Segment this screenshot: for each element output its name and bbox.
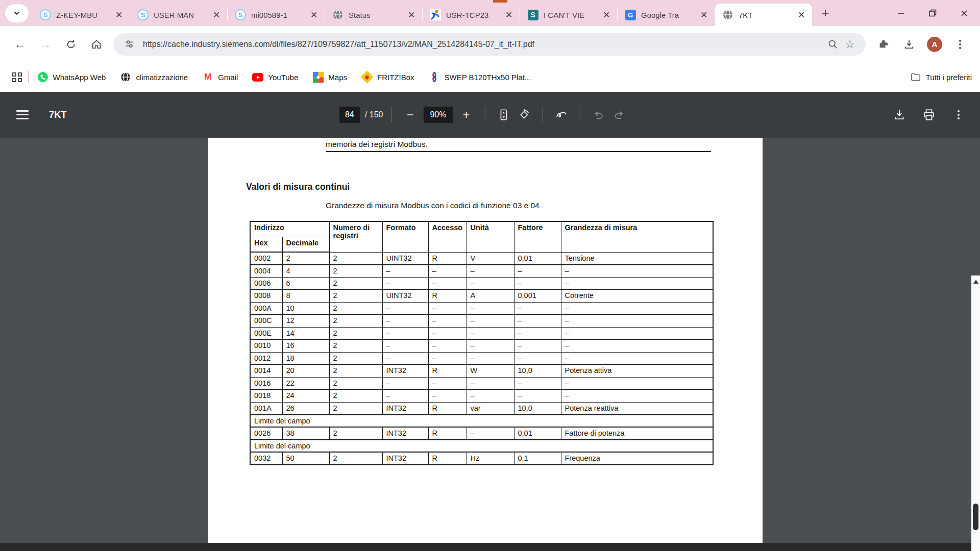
page-number-input[interactable]: 84 xyxy=(339,107,360,123)
zoom-in-button[interactable]: + xyxy=(456,105,476,125)
undo-button[interactable] xyxy=(588,105,608,125)
scrollbar[interactable] xyxy=(971,276,980,551)
table-cell: – xyxy=(561,340,713,353)
minimize-button[interactable] xyxy=(885,0,917,26)
bookmark-climatizzazione[interactable]: climatizzazione xyxy=(120,71,188,83)
scrollbar-thumb[interactable] xyxy=(973,504,978,530)
rotate-button[interactable] xyxy=(513,105,534,125)
tab-close-icon[interactable]: ✕ xyxy=(113,9,125,20)
table-cell: 10 xyxy=(282,302,329,315)
table-cell: Potenza attiva xyxy=(561,365,713,378)
bookmarks-separator xyxy=(28,71,29,83)
horizontal-rule xyxy=(326,151,711,152)
table-cell: – xyxy=(561,277,713,290)
table-cell: var xyxy=(467,402,514,415)
bookmark-youtube[interactable]: YouTube xyxy=(252,71,298,83)
column-header-indirizzo: Indirizzo xyxy=(250,221,329,237)
table-cell: – xyxy=(382,340,428,353)
table-cell: Tensione xyxy=(561,252,713,265)
forward-button[interactable]: → xyxy=(34,33,57,56)
pdf-print-button[interactable] xyxy=(919,105,939,125)
apps-grid-icon[interactable] xyxy=(12,72,22,82)
tab-close-icon[interactable]: ✕ xyxy=(406,9,417,20)
table-cell: R xyxy=(428,252,467,265)
tab-close-icon[interactable]: ✕ xyxy=(698,9,709,20)
downloads-icon[interactable] xyxy=(898,33,920,56)
table-cell: 10,0 xyxy=(514,365,561,378)
restore-button[interactable] xyxy=(917,0,948,26)
table-cell: – xyxy=(428,352,467,365)
table-row: 0010162––––– xyxy=(250,340,713,353)
annotate-draw-button[interactable] xyxy=(551,105,571,125)
tab-user-man[interactable]: SUSER MAN✕ xyxy=(130,4,227,26)
bookmark-maps[interactable]: Maps xyxy=(312,71,347,83)
zoom-indicator-icon[interactable] xyxy=(824,36,841,53)
table-cell: 0,001 xyxy=(514,290,561,303)
tab-close-icon[interactable]: ✕ xyxy=(503,9,514,20)
tab-usr-tcp23[interactable]: USR-TCP23✕ xyxy=(423,4,520,26)
bookmark-items: WhatsApp WebclimatizzazioneMGmailYouTube… xyxy=(37,71,546,83)
zoom-out-button[interactable]: − xyxy=(400,105,420,125)
table-row: 001A262INT32Rvar10,0Potenza reattiva xyxy=(250,402,713,415)
table-span-label: Limite del campo xyxy=(250,415,713,428)
table-cell: 0026 xyxy=(250,427,282,440)
pdf-page: memoria dei registri Modbus. Valori di m… xyxy=(208,138,763,543)
reload-button[interactable] xyxy=(60,33,82,56)
new-tab-button[interactable]: + xyxy=(815,3,836,23)
bookmark-fritz-box[interactable]: FRITZ!Box xyxy=(361,71,414,83)
tab-title: USER MAN xyxy=(154,11,211,19)
redo-button[interactable] xyxy=(608,105,629,125)
tab-search-button[interactable] xyxy=(5,4,29,22)
pdf-more-button[interactable] xyxy=(948,105,969,125)
home-button[interactable] xyxy=(85,33,108,56)
table-cell: 0004 xyxy=(250,265,282,278)
tab-status[interactable]: Status✕ xyxy=(325,4,422,26)
table-cell: 0,1 xyxy=(514,452,561,465)
tab-close-icon[interactable]: ✕ xyxy=(601,9,612,20)
fit-page-button[interactable] xyxy=(493,105,513,125)
pdf-title: 7KT xyxy=(49,110,67,120)
table-cell: 20 xyxy=(282,365,329,378)
pdf-download-button[interactable] xyxy=(889,105,910,125)
tab-z-key-mbu[interactable]: SZ-KEY-MBU✕ xyxy=(33,4,130,26)
table-cell: – xyxy=(561,352,713,365)
browser-menu-button[interactable] xyxy=(949,33,971,56)
bookmark-gmail[interactable]: MGmail xyxy=(202,71,238,83)
table-cell: 0002 xyxy=(250,252,282,265)
table-cell: – xyxy=(467,327,514,340)
site-settings-icon[interactable] xyxy=(120,36,138,53)
table-cell: – xyxy=(561,302,713,315)
close-window-button[interactable] xyxy=(948,0,980,26)
zoom-level-input[interactable]: 90% xyxy=(423,107,453,123)
tab-close-icon[interactable]: ✕ xyxy=(308,9,320,20)
table-row: 0026382INT32R–0,01Fattore di potenza xyxy=(250,427,713,440)
url-text[interactable]: https://cache.industry.siemens.com/dl/fi… xyxy=(143,40,824,49)
bookmark-whatsapp-web[interactable]: WhatsApp Web xyxy=(37,71,106,83)
table-cell: W xyxy=(467,365,514,378)
tab-7kt[interactable]: 7KT✕ xyxy=(715,4,812,26)
omnibox[interactable]: https://cache.industry.siemens.com/dl/fi… xyxy=(113,33,866,56)
bookmark-swep-b120thx50-plat-[interactable]: SWEP B120THx50 Plat... xyxy=(429,71,531,83)
pdf-menu-icon[interactable] xyxy=(16,110,29,119)
tab-i-can-t-vie[interactable]: SI CAN'T VIE✕ xyxy=(520,4,617,26)
back-button[interactable]: ← xyxy=(9,33,31,56)
tab-close-icon[interactable]: ✕ xyxy=(211,9,222,20)
table-row: 000882UINT32RA0,001Corrente xyxy=(250,290,713,303)
table-cell: 24 xyxy=(282,390,329,403)
bookmark-star-icon[interactable]: ☆ xyxy=(841,36,859,53)
bookmark-label: Gmail xyxy=(218,73,238,82)
profile-avatar[interactable]: A xyxy=(923,33,946,56)
table-cell: Corrente xyxy=(561,290,713,303)
table-cell: 0,01 xyxy=(514,252,561,265)
table-cell: 16 xyxy=(282,340,329,353)
all-bookmarks-button[interactable]: Tutti i preferiti xyxy=(910,71,972,83)
table-cell: – xyxy=(428,327,467,340)
tab-close-icon[interactable]: ✕ xyxy=(796,9,807,20)
tab-google-tra[interactable]: GGoogle Tra✕ xyxy=(618,4,715,26)
extensions-icon[interactable] xyxy=(872,33,895,56)
scroll-up-arrow[interactable] xyxy=(973,280,978,284)
tab-mi00589-1[interactable]: Smi00589-1✕ xyxy=(228,4,325,26)
table-cell: 2 xyxy=(329,265,382,278)
table-cell: 6 xyxy=(282,277,329,290)
table-cell: 0016 xyxy=(250,377,282,390)
